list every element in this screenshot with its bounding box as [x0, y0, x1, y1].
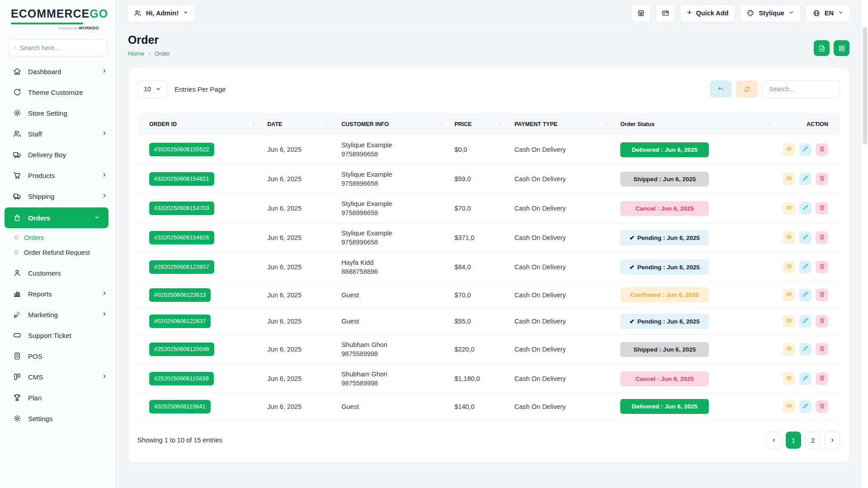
- eye-icon: [786, 234, 793, 242]
- delete-order-button[interactable]: [816, 202, 828, 215]
- edit-order-button[interactable]: [799, 289, 812, 301]
- refresh-button[interactable]: [736, 80, 758, 98]
- date-cell: Jun 6, 2025: [261, 364, 335, 394]
- status-cell: Shipped : Jun 6, 2025: [614, 335, 776, 364]
- order-id-badge[interactable]: #020250606115641: [149, 400, 211, 413]
- delete-order-button[interactable]: [816, 143, 828, 156]
- payment-cell: Cash On Delivery: [508, 335, 614, 364]
- edit-order-button[interactable]: [799, 202, 812, 215]
- sidebar-item-staff[interactable]: Staff: [0, 123, 116, 144]
- sidebar-item-reports[interactable]: Reports: [0, 283, 116, 304]
- sidebar-item-delivery-boy[interactable]: Delivery Boy: [0, 144, 116, 165]
- sort-icon[interactable]: ↑↓: [252, 122, 255, 127]
- delete-order-button[interactable]: [816, 173, 828, 185]
- delete-order-button[interactable]: [816, 343, 828, 356]
- entries-per-page-select[interactable]: 10: [137, 80, 167, 98]
- view-order-button[interactable]: [783, 261, 795, 273]
- delete-order-button[interactable]: [816, 231, 828, 244]
- order-id-badge[interactable]: #3320250606154626: [149, 231, 214, 244]
- view-order-button[interactable]: [783, 400, 795, 413]
- order-id-badge[interactable]: #3320250606154821: [149, 172, 214, 186]
- delete-order-button[interactable]: [816, 261, 828, 273]
- delete-order-button[interactable]: [816, 372, 828, 385]
- order-id-badge[interactable]: #020250606123613: [149, 288, 211, 302]
- edit-order-button[interactable]: [799, 173, 812, 185]
- order-id-badge[interactable]: #3320250606154703: [149, 202, 214, 215]
- date-cell: Jun 6, 2025: [261, 394, 335, 420]
- pagination-next-button[interactable]: ›: [825, 432, 840, 449]
- view-order-button[interactable]: [783, 289, 795, 301]
- delete-order-button[interactable]: [816, 400, 828, 413]
- scrollbar[interactable]: [861, 0, 868, 488]
- sort-icon[interactable]: ↑↓: [767, 122, 770, 127]
- sidebar-subitem-orders[interactable]: Orders: [0, 230, 116, 245]
- view-order-button[interactable]: [783, 343, 795, 356]
- quick-add-button[interactable]: + Quick Add: [680, 4, 735, 22]
- payment-cell: Cash On Delivery: [508, 394, 614, 420]
- sidebar-search-input[interactable]: [20, 44, 102, 52]
- table-search-input[interactable]: [762, 80, 840, 98]
- column-header-order-status[interactable]: Order Status↑↓: [614, 113, 776, 135]
- column-header-customer-info[interactable]: CUSTOMER INFO↑↓: [335, 113, 448, 135]
- sort-icon[interactable]: ↑↓: [499, 122, 502, 127]
- view-order-button[interactable]: [783, 315, 795, 328]
- pagination-prev-button[interactable]: ‹: [766, 432, 782, 449]
- edit-order-button[interactable]: [799, 315, 812, 328]
- sidebar-item-customers[interactable]: Customers: [0, 263, 116, 283]
- order-id-badge[interactable]: #020250606122637: [149, 314, 211, 328]
- order-id-badge[interactable]: #3320250606155522: [149, 143, 214, 156]
- trash-icon: [819, 145, 826, 154]
- sidebar-item-support-ticket[interactable]: Support Ticket: [0, 325, 116, 346]
- column-header-payment-type[interactable]: PAYMENT TYPE↑↓: [508, 113, 614, 135]
- sidebar-item-shipping[interactable]: Shipping: [0, 186, 116, 206]
- order-id-badge[interactable]: #2920250606123937: [149, 260, 214, 274]
- sidebar-item-plan[interactable]: Plan: [0, 387, 116, 408]
- sidebar-subitem-order-refund-request[interactable]: Order Refund Request: [0, 245, 116, 260]
- column-header-price[interactable]: PRICE↑↓: [448, 113, 508, 135]
- undo-button[interactable]: [710, 80, 731, 98]
- edit-order-button[interactable]: [799, 261, 812, 273]
- sidebar-search[interactable]: [8, 39, 108, 56]
- scrollbar-thumb[interactable]: [863, 27, 867, 145]
- main-area: Hi, Admin! + Quick Add Stylique: [116, 0, 868, 488]
- view-order-button[interactable]: [783, 202, 795, 215]
- delete-order-button[interactable]: [816, 315, 828, 328]
- sort-icon[interactable]: ↑↓: [326, 122, 329, 127]
- sidebar-item-dashboard[interactable]: Dashboard: [0, 61, 116, 82]
- delete-order-button[interactable]: [816, 289, 828, 301]
- sidebar-item-settings[interactable]: Settings: [0, 408, 116, 429]
- mail-button[interactable]: [656, 4, 675, 22]
- order-id-badge[interactable]: #2520250606120046: [149, 343, 214, 356]
- storefront-button[interactable]: [631, 4, 651, 22]
- sidebar-item-orders[interactable]: Orders: [5, 207, 108, 228]
- sort-icon[interactable]: ↑↓: [439, 122, 442, 127]
- edit-order-button[interactable]: [799, 231, 812, 244]
- view-order-button[interactable]: [783, 143, 795, 156]
- sidebar-item-theme-customize[interactable]: Theme Customize: [0, 82, 116, 103]
- column-header-date[interactable]: DATE↑↓: [261, 113, 335, 135]
- status-cell: Shipped : Jun 6, 2025: [614, 164, 776, 194]
- view-order-button[interactable]: [783, 231, 795, 244]
- export-button[interactable]: [814, 40, 830, 56]
- view-order-button[interactable]: [783, 372, 795, 385]
- order-id-badge[interactable]: #2520250606115839: [149, 372, 214, 385]
- column-header-order-id[interactable]: ORDER ID↑↓: [137, 113, 261, 135]
- pagination-page-2[interactable]: 2: [805, 432, 821, 449]
- edit-order-button[interactable]: [799, 343, 812, 356]
- edit-order-button[interactable]: [799, 372, 812, 385]
- sidebar-item-marketing[interactable]: Marketing: [0, 304, 116, 325]
- sidebar-item-cms[interactable]: CMS: [0, 366, 116, 387]
- edit-order-button[interactable]: [799, 143, 812, 156]
- sidebar-item-products[interactable]: Products: [0, 165, 116, 186]
- grid-view-button[interactable]: [834, 40, 849, 56]
- admin-menu-button[interactable]: Hi, Admin!: [127, 4, 195, 22]
- sidebar-item-pos[interactable]: POS: [0, 346, 116, 366]
- breadcrumb-home-link[interactable]: Home: [128, 50, 144, 57]
- edit-order-button[interactable]: [799, 400, 812, 413]
- pagination-page-1[interactable]: 1: [786, 432, 801, 449]
- sort-icon[interactable]: ↑↓: [605, 122, 608, 127]
- language-switcher-button[interactable]: EN: [806, 4, 850, 22]
- sidebar-item-store-setting[interactable]: Store Setting: [0, 103, 116, 123]
- view-order-button[interactable]: [783, 173, 795, 185]
- theme-switcher-button[interactable]: Stylique: [740, 4, 801, 22]
